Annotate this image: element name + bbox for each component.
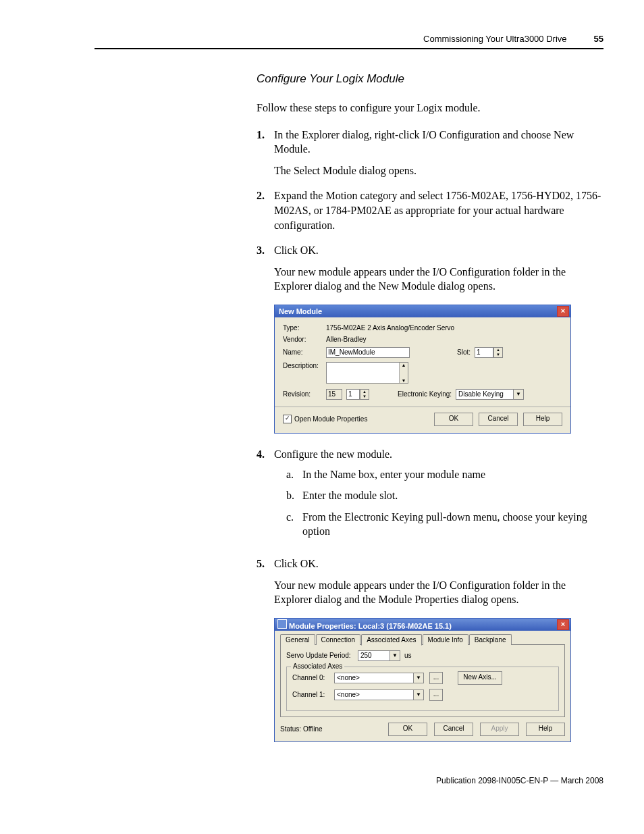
cancel-button[interactable]: Cancel <box>479 413 518 426</box>
step-text: Click OK. <box>274 244 319 256</box>
sub-text: From the Electronic Keying pull-down men… <box>302 510 603 539</box>
servo-period-select[interactable]: 250 ▼ <box>358 650 400 661</box>
scroll-up-icon[interactable]: ▲ <box>400 363 408 367</box>
tab-general[interactable]: General <box>280 634 315 645</box>
running-head: Commissioning Your Ultra3000 Drive <box>423 34 566 44</box>
apply-button: Apply <box>480 723 519 736</box>
scroll-down-icon[interactable]: ▼ <box>400 378 408 383</box>
ch0-ellipsis-button[interactable]: ... <box>429 672 443 684</box>
step-number: 3. <box>257 243 274 294</box>
chevron-up-icon[interactable]: ▲ <box>360 390 369 394</box>
ch0-select[interactable]: <none> ▼ <box>334 673 424 683</box>
open-props-label: Open Module Properties <box>294 415 367 423</box>
sub-letter: a. <box>286 467 302 482</box>
help-button[interactable]: Help <box>526 723 565 736</box>
sub-letter: c. <box>286 510 302 539</box>
ek-label: Electronic Keying: <box>398 390 452 398</box>
servo-unit: us <box>404 652 412 659</box>
step-text: Configure the new module. <box>274 448 392 460</box>
dialog-titlebar[interactable]: Module Properties: Local:3 (1756-M02AE 1… <box>275 619 570 631</box>
tab-backplane[interactable]: Backplane <box>469 634 512 645</box>
tab-connection[interactable]: Connection <box>316 634 361 645</box>
module-properties-dialog: Module Properties: Local:3 (1756-M02AE 1… <box>274 618 571 742</box>
intro-paragraph: Follow these steps to configure your Log… <box>257 101 603 115</box>
ch1-select[interactable]: <none> ▼ <box>334 689 424 700</box>
sub-text: In the Name box, enter your module name <box>302 467 485 482</box>
step-after: The Select Module dialog opens. <box>274 163 603 178</box>
type-label: Type: <box>283 324 322 332</box>
ch0-value: <none> <box>335 674 413 681</box>
close-icon[interactable]: × <box>557 619 569 630</box>
type-value: 1756-M02AE 2 Axis Analog/Encoder Servo <box>326 324 454 332</box>
ch0-label: Channel 0: <box>292 674 330 681</box>
vendor-label: Vendor: <box>283 336 322 343</box>
publication-footer: Publication 2098-IN005C-EN-P — March 200… <box>95 776 603 785</box>
rev-major-input: 15 <box>326 389 342 400</box>
step-number: 5. <box>257 556 274 607</box>
slot-value[interactable]: 1 <box>475 347 493 358</box>
dialog-title: Module Properties: Local:3 (1756-M02AE 1… <box>289 622 452 630</box>
close-icon[interactable]: × <box>557 306 569 317</box>
slot-stepper[interactable]: 1 ▲▼ <box>475 347 503 358</box>
status-value: Offline <box>303 725 323 733</box>
servo-period-label: Servo Update Period: <box>286 652 354 659</box>
dialog-titlebar[interactable]: New Module × <box>275 305 570 317</box>
help-button[interactable]: Help <box>523 413 562 426</box>
desc-label: Description: <box>283 362 322 369</box>
vendor-value: Allen-Bradley <box>326 336 366 343</box>
new-module-dialog: New Module × Type: 1756-M02AE 2 Axis Ana… <box>274 305 571 434</box>
page-header: Commissioning Your Ultra3000 Drive 55 <box>95 34 603 49</box>
tab-module-info[interactable]: Module Info <box>423 634 468 645</box>
step-number: 1. <box>257 128 274 178</box>
dialog-title: New Module <box>279 307 322 315</box>
chevron-down-icon[interactable]: ▼ <box>390 651 400 660</box>
servo-period-value: 250 <box>358 652 390 659</box>
ch1-label: Channel 1: <box>292 691 330 698</box>
slot-label: Slot: <box>457 348 471 356</box>
group-title: Associated Axes <box>291 662 344 670</box>
name-input[interactable]: IM_NewModule <box>326 347 410 358</box>
rev-minor-stepper[interactable]: 1 ▲▼ <box>346 389 369 400</box>
ok-button[interactable]: OK <box>388 723 427 736</box>
page-number: 55 <box>594 34 603 44</box>
step-text: In the Explorer dialog, right-click I/O … <box>274 129 574 155</box>
open-props-checkbox[interactable]: ✓ <box>283 415 292 423</box>
step-after: Your new module appears under the I/O Co… <box>274 265 603 294</box>
chevron-down-icon[interactable]: ▼ <box>360 394 369 399</box>
sub-letter: b. <box>286 488 302 503</box>
rev-minor-value[interactable]: 1 <box>346 389 360 400</box>
step-after: Your new module appears under the I/O Co… <box>274 578 603 607</box>
ch1-ellipsis-button[interactable]: ... <box>429 689 443 701</box>
tab-strip: General Connection Associated Axes Modul… <box>280 634 565 645</box>
sub-text: Enter the module slot. <box>302 488 398 503</box>
step-number: 2. <box>257 188 274 232</box>
new-axis-button[interactable]: New Axis... <box>458 671 502 685</box>
ek-select[interactable]: Disable Keying ▼ <box>456 389 524 400</box>
chevron-up-icon[interactable]: ▲ <box>494 348 502 353</box>
step-text: Click OK. <box>274 558 319 569</box>
step-number: 4. <box>257 447 274 546</box>
chevron-down-icon[interactable]: ▼ <box>413 673 423 683</box>
cancel-button[interactable]: Cancel <box>434 723 473 736</box>
chevron-down-icon[interactable]: ▼ <box>413 690 423 700</box>
ch1-value: <none> <box>335 691 413 698</box>
tab-associated-axes[interactable]: Associated Axes <box>361 634 421 646</box>
chevron-down-icon[interactable]: ▼ <box>494 353 502 357</box>
description-textarea[interactable]: ▲▼ <box>326 362 408 384</box>
chevron-down-icon[interactable]: ▼ <box>513 390 523 399</box>
step-text: Expand the Motion category and select 17… <box>274 188 603 232</box>
name-label: Name: <box>283 348 322 356</box>
ok-button[interactable]: OK <box>434 413 473 426</box>
status-label: Status: <box>280 725 301 733</box>
window-icon <box>277 619 287 629</box>
section-heading: Configure Your Logix Module <box>257 72 603 86</box>
ek-value: Disable Keying <box>456 390 513 398</box>
revision-label: Revision: <box>283 390 322 398</box>
